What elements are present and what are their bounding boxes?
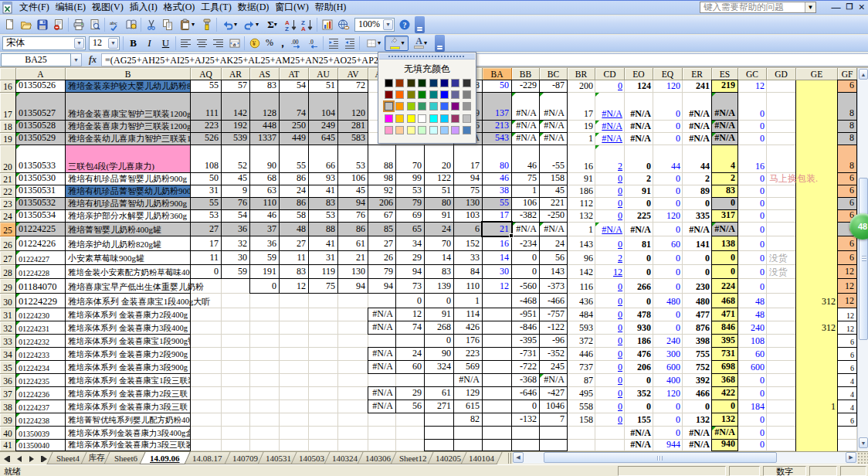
cell-AU17[interactable]: 104 bbox=[308, 92, 338, 121]
spelling-button[interactable]: abc bbox=[107, 17, 123, 32]
cell-GC20[interactable]: 16 bbox=[738, 145, 767, 173]
cell-BR36[interactable]: 87 bbox=[568, 374, 595, 387]
cell-ES29[interactable]: 224 bbox=[711, 278, 738, 294]
row-header-39[interactable]: 39 bbox=[0, 413, 16, 427]
cell-B37[interactable]: 雅培亲体系列 金装喜康力2段三联 bbox=[65, 386, 191, 400]
cell-BR27[interactable]: 96 bbox=[568, 251, 595, 265]
cell-AX21[interactable]: 99 bbox=[395, 172, 425, 185]
cell-CD37[interactable]: 0 bbox=[595, 387, 625, 400]
cell-A19[interactable]: 01350529 bbox=[15, 132, 66, 145]
cell-A32[interactable]: 01224231 bbox=[15, 321, 66, 335]
cell-ER18[interactable]: #N/A bbox=[683, 121, 712, 133]
cell-GF16[interactable]: 6 bbox=[837, 80, 857, 93]
horizontal-scroll-thumb[interactable] bbox=[544, 452, 777, 463]
cell-BB29[interactable]: -560 bbox=[511, 278, 540, 294]
cell-AR24[interactable]: 54 bbox=[221, 209, 250, 223]
cell-AX25[interactable]: 65 bbox=[395, 222, 425, 236]
cell-ER32[interactable]: 876 bbox=[683, 321, 712, 335]
font-color-arrow-icon[interactable]: ▾ bbox=[424, 39, 427, 46]
cell-BB25[interactable]: #N/A bbox=[511, 222, 540, 236]
first-sheet-button[interactable] bbox=[2, 454, 12, 464]
cell-GF18[interactable]: 8 bbox=[837, 120, 857, 133]
cell-AY39[interactable] bbox=[424, 413, 454, 427]
cell-ES35[interactable]: 698 bbox=[711, 360, 738, 374]
cell-ER23[interactable]: 0 bbox=[683, 198, 712, 210]
cell-BR23[interactable]: 112 bbox=[568, 198, 595, 210]
cell-BA17[interactable]: 137 bbox=[482, 92, 512, 121]
cell-AY20[interactable]: 20 bbox=[424, 144, 454, 173]
cell-AZ26[interactable]: 152 bbox=[453, 236, 483, 251]
cell-GC18[interactable]: 0 bbox=[738, 121, 767, 133]
menu-edit[interactable]: 编辑(E) bbox=[53, 0, 89, 15]
cell-BA40[interactable] bbox=[482, 426, 512, 440]
cell-AX29[interactable]: 73 bbox=[395, 278, 425, 294]
increase-decimal-button[interactable]: .00 bbox=[289, 36, 305, 51]
cell-AW23[interactable]: 206 bbox=[368, 197, 396, 210]
cell-EO36[interactable]: 0 bbox=[625, 374, 653, 387]
cell-ES39[interactable]: 132 bbox=[711, 413, 738, 427]
cell-CD36[interactable]: 0 bbox=[595, 374, 625, 387]
cell-CD31[interactable]: 0 bbox=[595, 308, 625, 321]
col-header-AT[interactable]: AT bbox=[280, 68, 309, 80]
cell-A21[interactable]: 01350530 bbox=[15, 172, 66, 185]
cell-EO40[interactable]: #N/A bbox=[625, 427, 653, 440]
cell-BC41[interactable] bbox=[539, 439, 568, 451]
cell-BB22[interactable]: 1 bbox=[511, 185, 540, 198]
font-name-arrow-icon[interactable]: ▾ bbox=[74, 38, 84, 49]
cell-B32[interactable]: 雅培亲体系列 金装喜康力3段400g bbox=[65, 321, 191, 335]
color-swatch-#ffcc00[interactable] bbox=[395, 114, 404, 123]
save-button[interactable] bbox=[34, 17, 50, 32]
cell-ER19[interactable]: #N/A bbox=[683, 133, 712, 145]
cell-AZ21[interactable]: 94 bbox=[453, 172, 483, 185]
cell-EO29[interactable]: 266 bbox=[625, 279, 653, 294]
color-swatch-#333333[interactable] bbox=[463, 79, 471, 87]
row-header-28[interactable]: 28 bbox=[0, 265, 16, 279]
cell-GF33[interactable]: 6 bbox=[837, 334, 857, 348]
cell-A38[interactable]: 01224237 bbox=[15, 400, 66, 413]
cell-AW22[interactable]: 92 bbox=[368, 185, 396, 198]
cell-BR30[interactable]: 436 bbox=[568, 294, 595, 308]
cell-BC35[interactable]: 245 bbox=[539, 360, 568, 374]
cell-CD26[interactable]: 0 bbox=[595, 236, 625, 251]
col-header-ES[interactable]: ES bbox=[712, 68, 738, 80]
col-header-BC[interactable]: BC bbox=[540, 68, 568, 80]
cell-EO37[interactable]: 352 bbox=[625, 387, 653, 400]
cell-B17[interactable]: 雅培金装喜康宝智护三联装1200g bbox=[65, 92, 191, 121]
color-swatch-#993366[interactable] bbox=[451, 114, 459, 123]
font-color-button[interactable]: A▾ bbox=[409, 36, 432, 51]
cell-AU23[interactable]: 83 bbox=[308, 197, 338, 210]
prev-sheet-button[interactable] bbox=[14, 454, 25, 464]
cell-AT28[interactable]: 83 bbox=[279, 264, 309, 279]
color-swatch-#333300[interactable] bbox=[407, 79, 415, 87]
cell-CD28[interactable]: 12 bbox=[595, 265, 625, 279]
cell-AR27[interactable]: 30 bbox=[221, 250, 250, 265]
cell-B30[interactable]: 雅培亲体系列 金装喜康宝1段400g大听 bbox=[65, 293, 191, 308]
cell-AR18[interactable]: 192 bbox=[221, 120, 250, 133]
select-all-corner[interactable] bbox=[0, 68, 16, 80]
window-close-button[interactable]: × bbox=[858, 2, 865, 12]
color-swatch-#ffcc99[interactable] bbox=[395, 126, 404, 134]
cell-BR32[interactable]: 593 bbox=[568, 321, 595, 335]
no-fill-option[interactable]: 无填充颜色 bbox=[381, 62, 473, 76]
cell-CD17[interactable]: #N/A bbox=[595, 93, 625, 121]
cell-AR25[interactable]: 36 bbox=[221, 222, 250, 236]
cell-AX31[interactable]: 12 bbox=[395, 308, 425, 321]
cell-AW24[interactable]: 67 bbox=[368, 209, 396, 223]
cell-CD20[interactable]: 2 bbox=[595, 145, 625, 173]
cell-AY37[interactable]: 61 bbox=[424, 386, 454, 400]
cell-AX32[interactable]: 74 bbox=[395, 321, 425, 335]
cell-AT18[interactable]: 250 bbox=[279, 120, 309, 133]
cell-BC17[interactable]: #N/A bbox=[539, 92, 568, 121]
cell-AU29[interactable]: 75 bbox=[308, 278, 338, 294]
cell-GC33[interactable]: 108 bbox=[738, 335, 767, 348]
cell-AW32[interactable]: #N/A bbox=[368, 321, 396, 335]
cell-AX35[interactable]: 60 bbox=[395, 360, 425, 374]
cell-B25[interactable]: 雅培菁智婴儿奶粉400g罐 bbox=[65, 222, 191, 236]
cell-BR37[interactable]: 495 bbox=[568, 387, 595, 400]
window-restore-button[interactable]: ❐ bbox=[846, 2, 853, 12]
col-header-CD[interactable]: CD bbox=[595, 68, 625, 80]
cell-CD27[interactable]: 2 bbox=[595, 251, 625, 265]
cell-BB16[interactable]: -229 bbox=[511, 80, 540, 93]
paste-button[interactable]: ▾ bbox=[175, 17, 198, 32]
cell-EQ30[interactable]: 480 bbox=[653, 294, 683, 308]
